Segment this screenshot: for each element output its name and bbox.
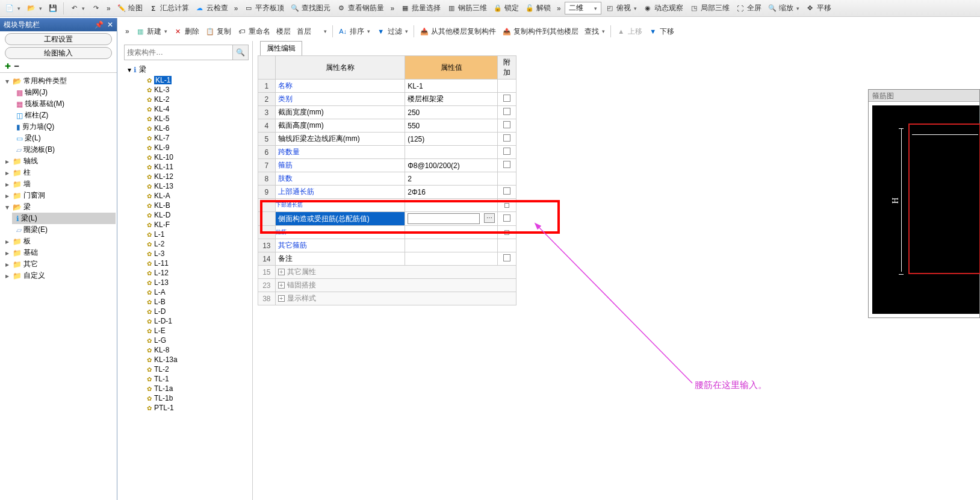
nav-item[interactable]: ◫框柱(Z) (12, 110, 116, 121)
component-item[interactable]: ✿L-G (143, 336, 250, 345)
property-row[interactable]: 下部通长筋 (258, 199, 516, 212)
component-item[interactable]: ✿KL-B (143, 201, 250, 210)
nav-group[interactable]: ▾📂梁 (1, 201, 116, 213)
component-item[interactable]: ✿KL-1 (143, 75, 250, 85)
copy-from-floor-button[interactable]: 📥从其他楼层复制构件 (417, 25, 498, 38)
checkbox[interactable] (503, 148, 510, 155)
lock-button[interactable]: 🔒锁定 (491, 2, 521, 14)
component-item[interactable]: ✿KL-11 (143, 162, 250, 172)
property-row[interactable]: 6跨数量 (258, 146, 516, 159)
nav-group[interactable]: ▸📁基础 (1, 247, 116, 258)
nav-item[interactable]: ▮剪力墙(Q) (12, 121, 116, 133)
move-up-button[interactable]: ▲上移 (614, 25, 645, 38)
property-row[interactable]: 侧面构造或受扭筋(总配筋值)⋯ (258, 212, 516, 226)
component-item[interactable]: ✿KL-3 (143, 85, 250, 95)
nav-item[interactable]: ▦轴网(J) (12, 87, 116, 98)
redo-button[interactable]: ↷ (88, 2, 103, 14)
tree-root-beam[interactable]: ▾ℹ梁 (123, 64, 250, 75)
property-value[interactable] (405, 146, 498, 159)
filter-button[interactable]: ▼过滤▾ (374, 25, 411, 38)
property-row[interactable]: 2类别楼层框架梁 (258, 93, 516, 106)
new-component-button[interactable]: ▥新建▾ (133, 25, 170, 38)
save-button[interactable]: 💾 (46, 2, 60, 14)
property-value[interactable]: 550 (405, 119, 498, 133)
property-tab[interactable]: 属性编辑 (260, 41, 302, 55)
nav-item[interactable]: ▭梁(L) (12, 133, 116, 144)
property-value[interactable]: 250 (405, 106, 498, 119)
tab-project-settings[interactable]: 工程设置 (5, 33, 112, 45)
unlock-button[interactable]: 🔓解锁 (523, 2, 553, 14)
component-item[interactable]: ✿PTL-1 (143, 403, 250, 413)
batch-select-button[interactable]: ▦批量选择 (398, 2, 443, 14)
property-row[interactable]: 23+锚固搭接 (258, 279, 516, 292)
component-item[interactable]: ✿KL-6 (143, 123, 250, 133)
find-element-button[interactable]: 🔍查找图元 (288, 2, 333, 14)
property-value[interactable]: 2 (405, 172, 498, 186)
property-row[interactable]: 7箍筋Φ8@100/200(2) (258, 159, 516, 172)
property-value[interactable]: 2Φ16 (405, 186, 498, 199)
component-item[interactable]: ✿KL-12 (143, 172, 250, 181)
component-item[interactable]: ✿KL-2 (143, 95, 250, 104)
property-value[interactable]: Φ8@100/200(2) (405, 159, 498, 172)
component-item[interactable]: ✿L-3 (143, 249, 250, 258)
component-item[interactable]: ✿TL-1a (143, 384, 250, 393)
rename-button[interactable]: 🏷重命名 (235, 25, 273, 38)
component-item[interactable]: ✿L-E (143, 326, 250, 336)
property-value[interactable]: ⋯ (405, 212, 498, 226)
open-button[interactable]: 📂▾ (24, 2, 45, 14)
nav-subitem[interactable]: ℹ梁(L) (12, 213, 116, 224)
floor-select[interactable]: 首层▾ (294, 25, 329, 38)
checkbox[interactable] (503, 121, 510, 128)
component-item[interactable]: ✿L-11 (143, 258, 250, 268)
nav-group[interactable]: ▸📁轴线 (1, 155, 116, 167)
checkbox[interactable] (503, 187, 510, 195)
component-item[interactable]: ✿L-2 (143, 239, 250, 249)
property-value[interactable]: (125) (405, 133, 498, 146)
fullscreen-button[interactable]: ⛶全屏 (733, 2, 764, 14)
component-item[interactable]: ✿KL-10 (143, 152, 250, 162)
component-item[interactable]: ✿L-B (143, 297, 250, 307)
rebar-qty-button[interactable]: ⚙查看钢筋量 (334, 2, 386, 14)
property-row[interactable]: 3截面宽度(mm)250 (258, 106, 516, 119)
orbit-button[interactable]: ◉动态观察 (640, 2, 686, 14)
tab-draw-input[interactable]: 绘图输入 (5, 47, 112, 59)
copy-button[interactable]: 📋复制 (203, 25, 234, 38)
nav-group[interactable]: ▸📁柱 (1, 167, 116, 178)
pin-icon[interactable]: 📌 (95, 20, 104, 29)
component-item[interactable]: ✿KL-9 (143, 143, 250, 152)
property-row[interactable]: 38+显示样式 (258, 292, 516, 305)
property-row[interactable]: 5轴线距梁左边线距离(mm)(125) (258, 133, 516, 146)
property-row[interactable]: 拉筋 (258, 226, 516, 239)
zoom-button[interactable]: 🔍缩放▾ (765, 2, 802, 14)
cloud-check-button[interactable]: ☁云检查 (193, 2, 231, 14)
property-value[interactable]: 楼层框架梁 (405, 93, 498, 106)
nav-group[interactable]: ▸📁板 (1, 236, 116, 247)
sum-calc-button[interactable]: Σ汇总计算 (146, 2, 191, 14)
expand-all-icon[interactable]: ✚ (5, 62, 11, 71)
align-slab-button[interactable]: ▭平齐板顶 (241, 2, 287, 14)
delete-button[interactable]: ✕删除 (171, 25, 202, 38)
property-row[interactable]: 4截面高度(mm)550 (258, 119, 516, 133)
component-item[interactable]: ✿TL-1 (143, 374, 250, 384)
nav-item[interactable]: ▦筏板基础(M) (12, 98, 116, 110)
rebar-3d-button[interactable]: ▥钢筋三维 (444, 2, 489, 14)
component-item[interactable]: ✿KL-13a (143, 355, 250, 364)
property-row[interactable]: 8肢数2 (258, 172, 516, 186)
pan-button[interactable]: ✥平移 (803, 2, 834, 14)
checkbox[interactable] (503, 95, 510, 102)
property-value-input[interactable] (408, 213, 480, 224)
component-item[interactable]: ✿L-1 (143, 230, 250, 239)
expand-icon[interactable]: + (278, 282, 285, 289)
top-view-button[interactable]: ◰俯视▾ (603, 2, 639, 14)
search-button[interactable]: 🔍 (233, 45, 249, 60)
checkbox[interactable] (503, 108, 510, 115)
copy-to-floor-button[interactable]: 📤复制构件到其他楼层 (500, 25, 581, 38)
property-row[interactable]: 14备注 (258, 252, 516, 266)
expand-icon[interactable]: + (278, 269, 285, 275)
property-value[interactable] (405, 239, 498, 252)
property-row[interactable]: 1名称KL-1 (258, 80, 516, 93)
nav-group[interactable]: ▸📁墙 (1, 178, 116, 190)
rebar-cad-view[interactable]: H (872, 105, 979, 314)
checkbox[interactable] (503, 161, 510, 168)
property-row[interactable]: 13其它箍筋 (258, 239, 516, 252)
